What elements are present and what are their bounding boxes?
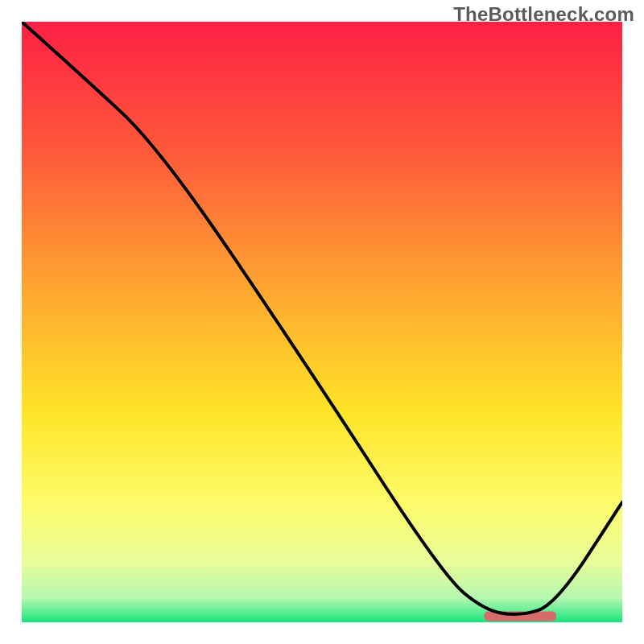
gradient-background [22, 22, 622, 622]
plot-area [22, 22, 622, 622]
chart-container: TheBottleneck.com [0, 0, 644, 644]
chart-svg [22, 22, 622, 622]
watermark-text: TheBottleneck.com [453, 3, 634, 26]
